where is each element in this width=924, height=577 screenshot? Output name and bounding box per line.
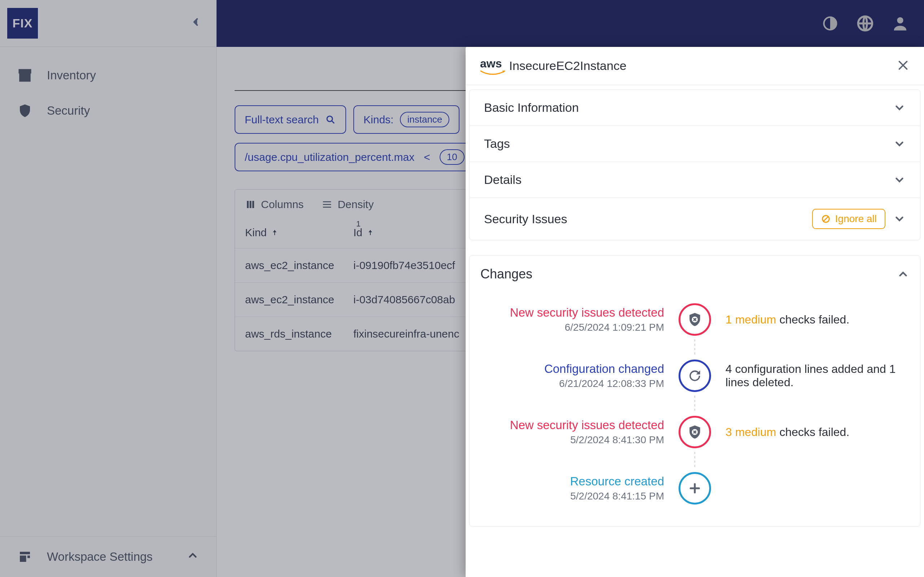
ignore-all-label: Ignore all <box>835 213 877 225</box>
svg-point-1 <box>897 17 903 23</box>
section-label: Tags <box>484 137 510 151</box>
section-label: Security Issues <box>484 212 567 226</box>
chevron-down-icon <box>893 174 906 186</box>
timeline-connector <box>675 339 715 356</box>
fulltext-search-chip[interactable]: Full-text search <box>234 105 346 134</box>
timeline-item[interactable]: Resource created 5/2/2024 8:41:15 PM <box>480 472 909 504</box>
density-label: Density <box>338 198 373 211</box>
sidebar-item-inventory[interactable]: Inventory <box>0 58 216 93</box>
timeline-date: 6/21/2024 12:08:33 PM <box>480 378 664 390</box>
sidebar-item-label: Inventory <box>47 69 96 82</box>
refresh-icon <box>678 359 711 392</box>
cell-kind: aws_ec2_instance <box>245 259 353 272</box>
close-icon <box>897 59 909 72</box>
chevron-down-icon <box>893 102 906 114</box>
timeline-rest: checks failed. <box>776 425 850 438</box>
chevron-down-icon <box>893 213 906 225</box>
column-header-kind[interactable]: Kind 1 <box>245 226 353 239</box>
shield-icon <box>17 103 32 118</box>
provider-label: aws <box>480 57 502 70</box>
timeline-title: Configuration changed <box>480 362 664 376</box>
sidebar: FIX Inventory Security Workspace Setting… <box>0 0 216 577</box>
timeline-date: 6/25/2024 1:09:21 PM <box>480 322 664 333</box>
timeline-rest: 4 configuration lines added and 1 lines … <box>725 363 895 389</box>
density-button[interactable]: Density <box>321 198 373 211</box>
section-basic-info[interactable]: Basic Information <box>470 90 920 126</box>
aws-logo: aws <box>480 57 502 75</box>
workspace-settings-label: Workspace Settings <box>47 550 153 564</box>
timeline-date: 5/2/2024 8:41:15 PM <box>480 490 664 502</box>
metric-path: /usage.cpu_utilization_percent.max <box>245 151 414 163</box>
cell-id: fixinsecureinfra-unenc <box>353 328 476 340</box>
section-changes[interactable]: Changes <box>480 259 909 296</box>
timeline-connector <box>675 396 715 412</box>
drawer-close-button[interactable] <box>897 59 909 73</box>
shield-alert-icon <box>678 416 711 448</box>
search-icon <box>325 114 336 125</box>
cell-id: i-09190fb74e3510ecf <box>353 259 476 272</box>
cell-kind: aws_rds_instance <box>245 328 353 340</box>
timeline-detail: 4 configuration lines added and 1 lines … <box>725 363 909 389</box>
cell-id: i-03d74085667c08ab <box>353 293 476 306</box>
shield-alert-icon <box>678 303 711 336</box>
section-details[interactable]: Details <box>470 162 920 198</box>
column-header-label: Kind <box>245 226 267 239</box>
settings-icon <box>17 549 32 564</box>
archive-icon <box>17 68 32 83</box>
kinds-filter-chip[interactable]: Kinds: instance <box>353 105 459 134</box>
timeline-highlight: 1 medium <box>725 313 776 326</box>
column-header-id[interactable]: Id 3 <box>353 226 476 239</box>
aws-smile-icon <box>480 70 505 76</box>
section-security-issues[interactable]: Security Issues Ignore all <box>470 198 920 240</box>
column-header-label: Id <box>353 226 362 239</box>
user-icon[interactable] <box>891 14 909 33</box>
sort-asc-icon <box>366 228 375 237</box>
timeline-item[interactable]: Configuration changed 6/21/2024 12:08:33… <box>480 359 909 392</box>
drawer-title: InsecureEC2Instance <box>509 59 626 73</box>
section-label: Details <box>484 173 522 187</box>
kinds-value: instance <box>400 112 449 127</box>
plus-icon <box>678 472 711 504</box>
timeline-item[interactable]: New security issues detected 5/2/2024 8:… <box>480 416 909 448</box>
columns-label: Columns <box>261 198 304 211</box>
timeline-highlight: 3 medium <box>725 425 776 438</box>
chevron-up-icon <box>187 549 199 561</box>
brand-logo[interactable]: FIX <box>7 8 38 39</box>
chevron-down-icon <box>893 138 906 150</box>
timeline-connector <box>675 452 715 469</box>
sidebar-collapse-button[interactable] <box>189 15 202 31</box>
timeline-title: Resource created <box>480 475 664 488</box>
timeline-rest: checks failed. <box>776 313 850 326</box>
columns-button[interactable]: Columns <box>245 198 304 211</box>
timeline-detail: 1 medium checks failed. <box>725 313 909 326</box>
timeline-title: New security issues detected <box>480 418 664 432</box>
ignore-all-button[interactable]: Ignore all <box>812 209 885 229</box>
chevron-left-icon <box>189 16 202 28</box>
sort-asc-icon <box>270 228 279 237</box>
timeline-item[interactable]: New security issues detected 6/25/2024 1… <box>480 303 909 336</box>
timeline-date: 5/2/2024 8:41:30 PM <box>480 434 664 446</box>
topbar <box>216 0 924 47</box>
metric-op: < <box>421 151 433 163</box>
timeline-title: New security issues detected <box>480 306 664 319</box>
changes-timeline: New security issues detected 6/25/2024 1… <box>480 296 909 522</box>
kinds-label: Kinds: <box>363 114 393 126</box>
sidebar-item-label: Security <box>47 104 90 118</box>
metric-filter-chip[interactable]: /usage.cpu_utilization_percent.max < 10 <box>234 143 475 171</box>
section-tags[interactable]: Tags <box>470 126 920 162</box>
chevron-up-icon <box>897 268 909 280</box>
fulltext-search-label: Full-text search <box>245 114 319 126</box>
theme-toggle-icon[interactable] <box>821 14 840 33</box>
svg-point-2 <box>327 116 333 121</box>
timeline-detail: 3 medium checks failed. <box>725 425 909 439</box>
globe-icon[interactable] <box>856 14 874 33</box>
columns-icon <box>245 199 256 210</box>
metric-value: 10 <box>439 149 465 165</box>
density-icon <box>321 199 333 210</box>
sidebar-item-security[interactable]: Security <box>0 93 216 128</box>
block-icon <box>821 214 831 224</box>
section-label: Basic Information <box>484 101 579 115</box>
section-label: Changes <box>480 266 532 282</box>
resource-drawer: aws InsecureEC2Instance Basic Informatio… <box>465 47 924 577</box>
workspace-settings-button[interactable]: Workspace Settings <box>0 537 216 577</box>
